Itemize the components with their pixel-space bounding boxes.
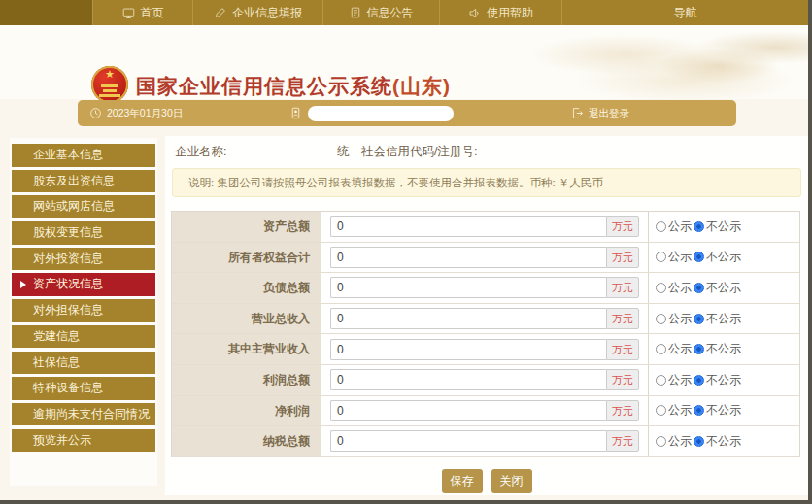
radio-label: 公示 [668, 280, 692, 296]
sidebar-item-label: 企业基本信息 [33, 148, 103, 161]
sidebar-item[interactable]: 社保信息 [12, 352, 155, 375]
radio-option-private[interactable]: 不公示 [694, 372, 741, 388]
sidebar-item-label: 党建信息 [33, 329, 80, 343]
amount-input[interactable] [330, 400, 606, 421]
sidebar-item[interactable]: 资产状况信息 [12, 273, 155, 296]
logout-label: 退出登录 [589, 107, 629, 120]
credit-code-label: 统一社会信用代码/注册号: [337, 144, 477, 160]
logout-icon [571, 107, 584, 119]
sidebar-menu: 企业基本信息 股东及出资信息 网站或网店信息 股权变更信息 对外投资信息 [10, 138, 157, 486]
radio-option-public[interactable]: 公示 [656, 249, 692, 265]
sidebar-item[interactable]: 逾期尚未支付合同情况 [12, 403, 155, 426]
radio-option-private[interactable]: 不公示 [694, 341, 741, 357]
sidebar-item[interactable]: 网站或网店信息 [12, 195, 155, 218]
unit-addon: 万元 [606, 339, 639, 360]
nav-label: 导航 [674, 5, 697, 21]
nav-left-spacer [0, 0, 92, 25]
radio-checked-icon [694, 252, 704, 262]
radio-option-public[interactable]: 公示 [656, 218, 692, 235]
sidebar-item-label: 社保信息 [33, 355, 80, 369]
save-button[interactable]: 保存 [442, 469, 483, 493]
pen-icon [214, 7, 226, 19]
radio-label: 不公示 [706, 341, 741, 357]
radio-option-public[interactable]: 公示 [656, 341, 692, 357]
sidebar-item-label: 特种设备信息 [33, 381, 103, 394]
publicity-radio-cell: 公示 不公示 [648, 304, 799, 334]
radio-option-private[interactable]: 不公示 [694, 218, 741, 235]
radio-unchecked-icon [656, 283, 666, 293]
sidebar-item-label: 逾期尚未支付合同情况 [33, 407, 150, 420]
close-button[interactable]: 关闭 [491, 469, 532, 493]
radio-checked-icon [694, 283, 704, 293]
clock-icon [89, 107, 102, 119]
radio-option-private[interactable]: 不公示 [694, 433, 741, 450]
radio-label: 不公示 [706, 433, 741, 450]
sidebar-item[interactable]: 对外投资信息 [12, 248, 155, 271]
sidebar-item[interactable]: 预览并公示 [12, 429, 155, 453]
radio-option-private[interactable]: 不公示 [694, 249, 741, 265]
nav-label: 使用帮助 [487, 5, 533, 21]
document-icon [350, 7, 361, 18]
user-status-bar: 2023年01月30日 退出登录 [78, 100, 736, 126]
sidebar-item-label: 网站或网店信息 [33, 199, 115, 213]
radio-label: 公示 [668, 402, 692, 419]
sidebar-item[interactable]: 股东及出资信息 [12, 170, 155, 193]
publicity-radio-cell: 公示 不公示 [648, 273, 799, 303]
radio-option-private[interactable]: 不公示 [694, 402, 741, 419]
amount-input[interactable] [330, 369, 606, 390]
sidebar-item[interactable]: 党建信息 [12, 325, 155, 349]
radio-option-public[interactable]: 公示 [656, 280, 692, 296]
amount-input[interactable] [330, 216, 606, 237]
form-row: 营业总收入 万元 公示 不公示 [172, 304, 799, 335]
radio-option-private[interactable]: 不公示 [694, 311, 741, 327]
radio-option-public[interactable]: 公示 [656, 402, 692, 419]
field-label: 资产总额 [172, 212, 321, 242]
form-actions: 保存 关闭 [165, 469, 808, 493]
radio-checked-icon [694, 436, 704, 447]
nav-label: 信息公告 [367, 5, 414, 21]
radio-option-public[interactable]: 公示 [656, 372, 692, 388]
national-emblem-logo: ★ [91, 66, 128, 103]
sidebar-item[interactable]: 特种设备信息 [12, 377, 155, 400]
unit-addon: 万元 [606, 400, 639, 421]
unit-addon: 万元 [606, 277, 639, 298]
radio-label: 不公示 [706, 218, 741, 235]
sidebar-item-label: 预览并公示 [33, 433, 91, 447]
nav-item-notice[interactable]: 信息公告 [322, 0, 439, 25]
radio-unchecked-icon [656, 252, 666, 262]
app-window: 首页 企业信息填报 信息公告 使用帮助 导航 ★ 国家企业信用信息公示系统(山东… [0, 0, 812, 504]
sidebar-item[interactable]: 对外担保信息 [12, 299, 155, 322]
window-bottom-edge [0, 500, 812, 504]
form-row: 资产总额 万元 公示 不公示 [172, 212, 799, 243]
logout-button[interactable]: 退出登录 [571, 107, 629, 120]
radio-label: 公示 [668, 311, 692, 327]
field-input-cell: 万元 [321, 396, 648, 426]
nav-item-enterprise-fill[interactable]: 企业信息填报 [192, 0, 322, 25]
amount-input[interactable] [330, 430, 606, 452]
amount-input[interactable] [330, 339, 606, 360]
publicity-radio-cell: 公示 不公示 [648, 334, 799, 364]
form-row: 净利润 万元 公示 不公示 [172, 396, 799, 427]
radio-unchecked-icon [656, 405, 666, 416]
nav-item-help[interactable]: 使用帮助 [439, 0, 561, 25]
radio-option-public[interactable]: 公示 [656, 311, 692, 327]
nav-item-home[interactable]: 首页 [92, 0, 192, 25]
sidebar-item-label: 股东及出资信息 [33, 174, 115, 187]
radio-unchecked-icon [656, 344, 666, 354]
radio-option-private[interactable]: 不公示 [694, 280, 741, 296]
nav-item-navigate[interactable]: 导航 [561, 0, 808, 25]
unit-addon: 万元 [606, 247, 639, 268]
sidebar-item[interactable]: 股权变更信息 [12, 221, 155, 245]
amount-input[interactable] [330, 277, 606, 298]
unit-addon: 万元 [606, 308, 639, 329]
sidebar-item[interactable]: 企业基本信息 [12, 144, 155, 167]
radio-option-public[interactable]: 公示 [656, 433, 692, 450]
form-row: 所有者权益合计 万元 公示 不公示 [172, 243, 799, 274]
radio-label: 不公示 [706, 280, 741, 296]
amount-input[interactable] [330, 308, 606, 329]
unit-addon: 万元 [606, 216, 639, 237]
amount-input[interactable] [330, 247, 606, 268]
main-panel: 企业名称: 统一社会信用代码/注册号: 说明: 集团公司请按照母公司报表填报数据… [165, 136, 808, 495]
radio-unchecked-icon [656, 436, 666, 447]
field-label: 利润总额 [172, 365, 321, 395]
